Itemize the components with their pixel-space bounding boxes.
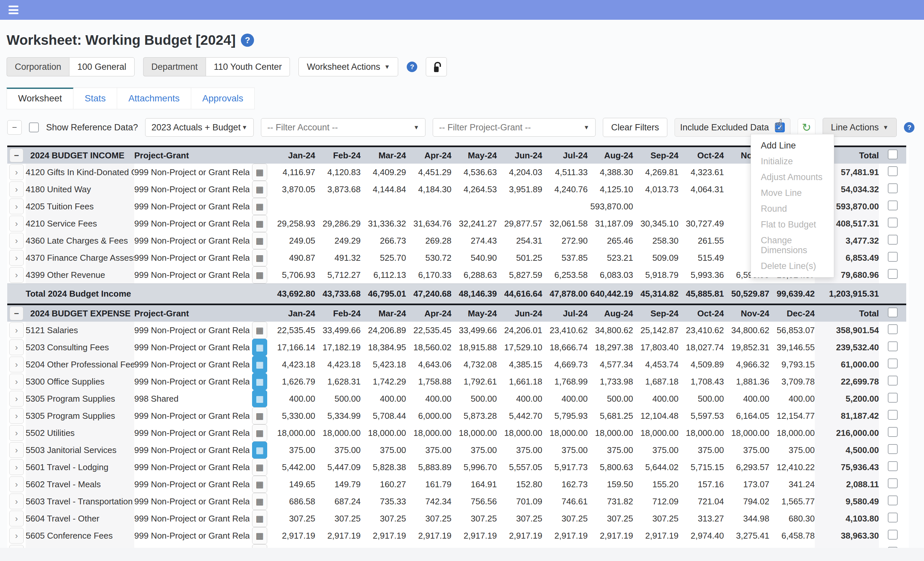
month-value[interactable]: 525.70 <box>361 249 406 266</box>
calculator-icon[interactable]: ▦ <box>252 459 267 476</box>
month-value[interactable]: 31,187.09 <box>588 215 633 232</box>
month-value[interactable]: 5,993.36 <box>678 266 724 284</box>
line-actions-help-icon[interactable]: ? <box>904 122 915 133</box>
month-value[interactable]: 687.24 <box>315 493 361 510</box>
month-value[interactable]: 17,529.10 <box>497 339 542 356</box>
month-value[interactable]: 6,458.78 <box>770 527 815 544</box>
month-value[interactable]: 5,873.28 <box>452 407 497 424</box>
filter-account-select[interactable]: -- Filter Account --▼ <box>261 118 426 137</box>
month-value[interactable]: 2,917.19 <box>315 527 361 544</box>
month-value[interactable]: 313.27 <box>678 510 724 527</box>
month-value[interactable]: 5,828.38 <box>361 459 406 476</box>
collapse-filters-button[interactable]: − <box>7 120 22 135</box>
month-value[interactable]: 161.79 <box>406 476 452 493</box>
month-value[interactable]: 375.00 <box>678 442 724 459</box>
month-value[interactable]: 4,423.18 <box>315 356 361 373</box>
month-value[interactable] <box>361 198 406 215</box>
month-value[interactable]: 756.56 <box>452 493 497 510</box>
month-value[interactable]: 5,883.89 <box>406 459 452 476</box>
month-value[interactable]: 22,535.45 <box>270 322 315 339</box>
month-value[interactable]: 1,758.88 <box>406 373 452 390</box>
month-value[interactable]: 265.46 <box>588 232 633 249</box>
worksheet-actions-help-icon[interactable]: ? <box>407 62 417 72</box>
month-value[interactable]: 17,803.40 <box>633 339 678 356</box>
section-collapse-button[interactable]: − <box>9 149 23 162</box>
refresh-icon[interactable]: ↻ <box>798 119 815 136</box>
month-value[interactable]: 400.00 <box>724 390 770 407</box>
month-value[interactable]: 307.25 <box>588 510 633 527</box>
month-value[interactable] <box>315 198 361 215</box>
tab-approvals[interactable]: Approvals <box>191 87 255 109</box>
month-value[interactable]: 9,793.15 <box>770 356 815 373</box>
month-value[interactable]: 29,258.93 <box>270 215 315 232</box>
month-value[interactable]: 17,166.14 <box>270 339 315 356</box>
row-checkbox[interactable] <box>888 461 898 471</box>
month-value[interactable]: 25,142.87 <box>633 322 678 339</box>
month-value[interactable]: 509.09 <box>633 249 678 266</box>
month-value[interactable]: 4,388.30 <box>588 164 633 181</box>
row-expander[interactable]: › <box>9 267 24 283</box>
month-value[interactable]: 731.82 <box>588 493 633 510</box>
month-value[interactable]: 540.90 <box>452 249 497 266</box>
month-value[interactable]: 18,915.88 <box>452 339 497 356</box>
month-value[interactable]: 500.00 <box>452 390 497 407</box>
month-value[interactable]: 501.25 <box>497 249 542 266</box>
month-value[interactable]: 537.85 <box>542 249 588 266</box>
month-value[interactable]: 1,733.98 <box>588 373 633 390</box>
show-reference-checkbox[interactable] <box>29 122 39 132</box>
month-value[interactable]: 4,204.03 <box>497 164 542 181</box>
row-checkbox[interactable] <box>888 358 898 368</box>
month-value[interactable]: 18,000.00 <box>542 424 588 442</box>
month-value[interactable]: 23,410.62 <box>678 322 724 339</box>
month-value[interactable]: 162.73 <box>542 476 588 493</box>
month-value[interactable]: 3,870.05 <box>270 181 315 198</box>
month-value[interactable] <box>452 198 497 215</box>
month-value[interactable]: 29,877.57 <box>497 215 542 232</box>
row-checkbox[interactable] <box>888 530 898 540</box>
month-value[interactable]: 6,164.05 <box>724 407 770 424</box>
row-expander[interactable]: › <box>9 233 24 248</box>
month-value[interactable]: 5,681.25 <box>588 407 633 424</box>
month-value[interactable]: 31,336.32 <box>361 215 406 232</box>
month-value[interactable]: 4,423.18 <box>270 356 315 373</box>
month-value[interactable]: 4,509.89 <box>678 356 724 373</box>
month-value[interactable]: 272.90 <box>542 232 588 249</box>
month-value[interactable]: 12,104.48 <box>633 407 678 424</box>
month-value[interactable]: 30,345.10 <box>633 215 678 232</box>
month-value[interactable]: 18,384.95 <box>361 339 406 356</box>
row-expander[interactable]: › <box>9 442 24 458</box>
row-expander[interactable]: › <box>9 322 24 338</box>
month-value[interactable]: 17,182.19 <box>315 339 361 356</box>
row-checkbox[interactable] <box>888 218 898 227</box>
month-value[interactable]: 742.34 <box>406 493 452 510</box>
month-value[interactable]: 23,410.62 <box>542 322 588 339</box>
row-checkbox[interactable] <box>888 341 898 351</box>
row-checkbox[interactable] <box>888 252 898 262</box>
calculator-icon[interactable]: ▦ <box>252 442 267 459</box>
row-checkbox[interactable] <box>888 149 898 159</box>
month-value[interactable]: 159.50 <box>588 476 633 493</box>
tab-stats[interactable]: Stats <box>74 87 117 109</box>
title-help-icon[interactable]: ? <box>241 33 254 47</box>
month-value[interactable] <box>678 198 724 215</box>
month-value[interactable] <box>633 198 678 215</box>
row-checkbox[interactable] <box>888 183 898 193</box>
month-value[interactable]: 4,643.06 <box>406 356 452 373</box>
tab-attachments[interactable]: Attachments <box>117 87 191 109</box>
month-value[interactable]: 4,409.29 <box>361 164 406 181</box>
month-value[interactable]: 261.55 <box>678 232 724 249</box>
month-value[interactable]: 5,827.59 <box>497 266 542 284</box>
month-value[interactable]: 1,708.43 <box>678 373 724 390</box>
calculator-icon[interactable]: ▦ <box>252 476 267 493</box>
month-value[interactable]: 3,709.78 <box>770 373 815 390</box>
row-expander[interactable]: › <box>9 493 24 509</box>
calculator-icon[interactable]: ▦ <box>252 373 267 390</box>
month-value[interactable]: 30,727.49 <box>678 215 724 232</box>
calculator-icon[interactable]: ▦ <box>252 266 267 283</box>
month-value[interactable]: 18,666.74 <box>542 339 588 356</box>
month-value[interactable]: 18,000.00 <box>588 424 633 442</box>
month-value[interactable]: 5,715.15 <box>678 459 724 476</box>
month-value[interactable]: 173.07 <box>724 476 770 493</box>
month-value[interactable]: 1,687.18 <box>633 373 678 390</box>
month-value[interactable]: 4,240.76 <box>542 181 588 198</box>
